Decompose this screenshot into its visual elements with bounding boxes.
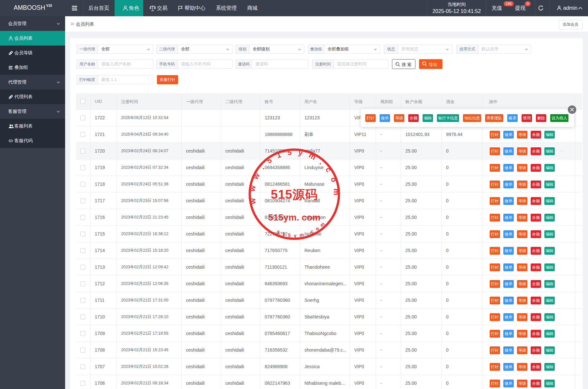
svg-text:515ym. com: 515ym. com bbox=[268, 212, 320, 222]
svg-text:515源码: 515源码 bbox=[271, 188, 318, 201]
